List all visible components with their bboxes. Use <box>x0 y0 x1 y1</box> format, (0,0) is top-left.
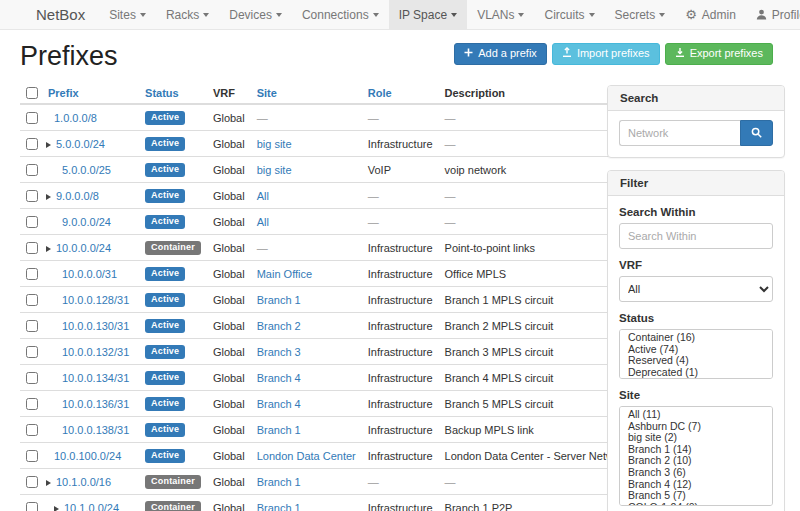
row-checkbox[interactable] <box>26 138 38 150</box>
status-badge: Container <box>145 241 201 255</box>
column-header-site[interactable]: Site <box>251 82 362 104</box>
vrf-select[interactable]: All <box>619 276 773 302</box>
column-header-prefix[interactable]: Prefix <box>42 82 139 104</box>
prefix-link[interactable]: 10.0.0.134/31 <box>62 372 129 384</box>
prefix-link[interactable]: 5.0.0.0/24 <box>56 138 105 150</box>
column-sort-link[interactable]: Prefix <box>48 87 79 99</box>
listbox-option[interactable]: Branch 5 (7) <box>620 490 772 502</box>
filter-panel-title: Filter <box>608 171 784 196</box>
prefix-link[interactable]: 9.0.0.0/8 <box>56 190 99 202</box>
description-cell: — <box>439 209 636 235</box>
row-checkbox[interactable] <box>26 268 38 280</box>
site-link[interactable]: Branch 2 <box>257 320 301 332</box>
row-checkbox[interactable] <box>26 294 38 306</box>
site-link[interactable]: Branch 4 <box>257 398 301 410</box>
row-checkbox[interactable] <box>26 424 38 436</box>
prefix-link[interactable]: 10.0.0.0/24 <box>56 242 111 254</box>
listbox-option[interactable]: Deprecated (1) <box>620 367 772 379</box>
column-sort-link[interactable]: Site <box>257 87 277 99</box>
row-checkbox[interactable] <box>26 216 38 228</box>
column-header-status[interactable]: Status <box>139 82 207 104</box>
site-link[interactable]: Branch 1 <box>257 424 301 436</box>
status-badge: Active <box>145 137 185 151</box>
prefix-link[interactable]: 10.0.100.0/24 <box>54 450 121 462</box>
nav-item-admin[interactable]: ⚙ Admin <box>675 0 746 29</box>
add-prefix-button[interactable]: Add a prefix <box>454 43 547 65</box>
nav-item-ip-space[interactable]: IP Space <box>389 0 467 29</box>
site-link[interactable]: Branch 1 <box>257 502 301 511</box>
column-sort-link[interactable]: Status <box>145 87 179 99</box>
nav-item-racks[interactable]: Racks <box>156 0 219 29</box>
site-cell: big site <box>251 131 362 157</box>
prefix-link[interactable]: 10.0.0.130/31 <box>62 320 129 332</box>
site-link[interactable]: All <box>257 190 269 202</box>
prefix-cell: 10.0.0.136/31 <box>42 391 139 417</box>
listbox-option[interactable]: Branch 3 (6) <box>620 467 772 479</box>
row-checkbox[interactable] <box>26 502 38 511</box>
prefix-link[interactable]: 10.0.0.138/31 <box>62 424 129 436</box>
nav-item-devices[interactable]: Devices <box>219 0 292 29</box>
app-brand[interactable]: NetBox <box>22 0 99 29</box>
prefix-link[interactable]: 10.1.0.0/16 <box>56 476 111 488</box>
export-prefixes-button[interactable]: Export prefixes <box>665 43 773 65</box>
nav-item-secrets[interactable]: Secrets <box>605 0 676 29</box>
prefix-link[interactable]: 10.1.0.0/24 <box>64 502 119 511</box>
row-checkbox[interactable] <box>26 112 38 124</box>
expand-caret-icon[interactable] <box>46 142 51 148</box>
select-all-checkbox[interactable] <box>26 87 38 99</box>
row-checkbox[interactable] <box>26 476 38 488</box>
status-listbox[interactable]: Container (16)Active (74)Reserved (4)Dep… <box>619 329 773 379</box>
role-cell: — <box>362 183 439 209</box>
nav-item-vlans[interactable]: VLANs <box>467 0 534 29</box>
row-checkbox[interactable] <box>26 242 38 254</box>
expand-caret-icon[interactable] <box>46 246 51 252</box>
site-link[interactable]: Branch 4 <box>257 372 301 384</box>
vrf-cell: Global <box>207 339 251 365</box>
site-cell: All <box>251 183 362 209</box>
status-cell: Active <box>139 209 207 235</box>
prefix-link[interactable]: 9.0.0.0/24 <box>62 216 111 228</box>
prefix-link[interactable]: 10.0.0.132/31 <box>62 346 129 358</box>
row-checkbox[interactable] <box>26 320 38 332</box>
prefix-link[interactable]: 5.0.0.0/25 <box>62 164 111 176</box>
site-link[interactable]: Branch 3 <box>257 346 301 358</box>
row-checkbox[interactable] <box>26 346 38 358</box>
site-link[interactable]: big site <box>257 164 292 176</box>
site-link[interactable]: Branch 1 <box>257 476 301 488</box>
nav-item-sites[interactable]: Sites <box>99 0 156 29</box>
search-within-label: Search Within <box>619 206 773 218</box>
listbox-option[interactable]: COLO-1-24 (0) <box>620 502 772 506</box>
prefix-link[interactable]: 10.0.0.0/31 <box>62 268 117 280</box>
listbox-option[interactable]: All (11) <box>620 409 772 421</box>
nav-item-circuits[interactable]: Circuits <box>534 0 604 29</box>
nav-item-profile[interactable]: Profile <box>746 0 800 29</box>
row-checkbox[interactable] <box>26 398 38 410</box>
nav-item-connections[interactable]: Connections <box>292 0 389 29</box>
prefix-link[interactable]: 1.0.0.0/8 <box>54 112 97 124</box>
search-input[interactable] <box>619 120 740 146</box>
prefix-link[interactable]: 10.0.0.136/31 <box>62 398 129 410</box>
navbar: NetBox SitesRacksDevicesConnectionsIP Sp… <box>0 0 800 30</box>
listbox-option[interactable]: Container (16) <box>620 332 772 344</box>
site-link[interactable]: big site <box>257 138 292 150</box>
site-listbox[interactable]: All (11)Ashburn DC (7)big site (2)Branch… <box>619 406 773 506</box>
row-checkbox[interactable] <box>26 164 38 176</box>
prefix-link[interactable]: 10.0.0.128/31 <box>62 294 129 306</box>
row-checkbox[interactable] <box>26 450 38 462</box>
site-link[interactable]: Branch 1 <box>257 294 301 306</box>
site-link[interactable]: Main Office <box>257 268 312 280</box>
import-prefixes-button[interactable]: Import prefixes <box>552 43 660 65</box>
expand-caret-icon[interactable] <box>54 506 59 511</box>
prefix-cell: 10.0.100.0/24 <box>42 443 139 469</box>
search-within-input[interactable] <box>619 223 773 249</box>
expand-caret-icon[interactable] <box>46 194 51 200</box>
row-checkbox[interactable] <box>26 190 38 202</box>
row-checkbox[interactable] <box>26 372 38 384</box>
site-link[interactable]: London Data Center <box>257 450 356 462</box>
search-button[interactable] <box>740 120 773 146</box>
site-cell: London Data Center <box>251 443 362 469</box>
expand-caret-icon[interactable] <box>46 480 51 486</box>
site-link[interactable]: All <box>257 216 269 228</box>
column-sort-link[interactable]: Role <box>368 87 392 99</box>
column-header-role[interactable]: Role <box>362 82 439 104</box>
